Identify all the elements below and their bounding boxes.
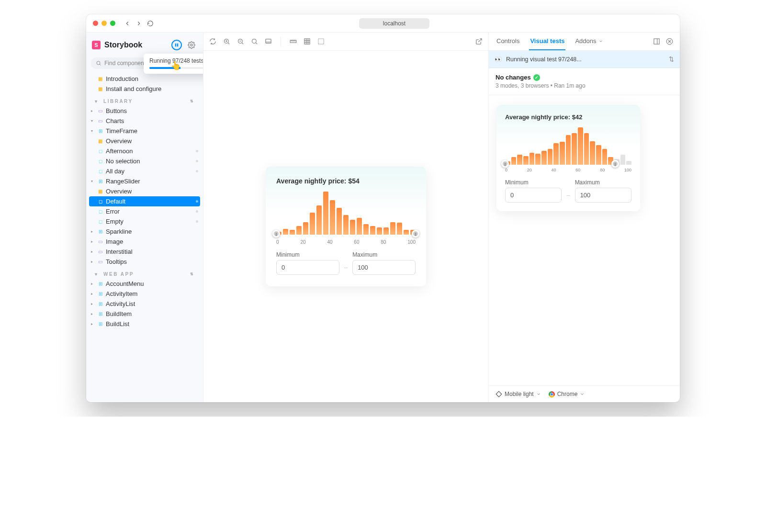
viewport-icon[interactable] — [265, 38, 272, 45]
axis-tick: 60 — [575, 168, 580, 172]
reload-icon[interactable] — [147, 20, 154, 27]
sidebar-item-rs-error[interactable]: ◻Error — [89, 206, 200, 216]
sidebar-item-allday[interactable]: ◻All day — [89, 166, 200, 176]
folder-icon: ▭ — [97, 259, 103, 265]
close-panel-icon[interactable] — [666, 38, 673, 45]
histogram-bar — [323, 192, 328, 235]
max-input[interactable] — [352, 260, 416, 275]
snapshot-min-input[interactable] — [505, 188, 562, 203]
canvas-toolbar — [203, 33, 488, 51]
slider-handle-left[interactable]: || — [272, 230, 280, 238]
sidebar-item-afternoon[interactable]: ◻Afternoon — [89, 146, 200, 156]
histogram-bar — [283, 229, 288, 235]
remount-icon[interactable] — [209, 38, 216, 45]
sidebar-item-image[interactable]: ▸▭Image — [89, 237, 200, 247]
browser-selector[interactable]: Chrome — [549, 391, 585, 397]
histogram-bar — [584, 133, 589, 165]
histogram-bar — [523, 156, 529, 165]
tab-addons[interactable]: Addons — [574, 33, 604, 50]
sidebar-item-timeframe[interactable]: ▾⊞TimeFrame — [89, 126, 200, 136]
sidebar-item-buttons[interactable]: ▸▭Buttons — [89, 106, 200, 116]
sidebar-item-charts[interactable]: ▾▭Charts — [89, 116, 200, 126]
zoom-reset-icon[interactable] — [251, 38, 258, 45]
axis-tick: 100 — [407, 239, 416, 245]
snapshot-max-input[interactable] — [575, 188, 631, 203]
panel-position-icon[interactable] — [653, 38, 660, 45]
axis-tick: 40 — [552, 168, 556, 172]
snapshot-card: Average nightly price: $42 || || 0204060… — [496, 105, 640, 211]
sidebar-item-introduction[interactable]: ▦Introduction — [89, 74, 200, 84]
slider-handle-right[interactable]: || — [412, 230, 419, 238]
axis-tick: 40 — [327, 239, 332, 245]
svg-line-11 — [242, 43, 243, 44]
panel-footer: Mobile light Chrome — [489, 385, 680, 402]
tab-controls[interactable]: Controls — [496, 33, 520, 50]
histogram-bar — [590, 141, 595, 165]
open-external-icon[interactable] — [475, 38, 483, 45]
grid-icon[interactable] — [304, 38, 311, 45]
canvas: Average nightly price: $54 || || 0204060… — [203, 51, 488, 402]
group-webapp[interactable]: ▾ WEB APP⇅ — [89, 267, 200, 279]
histogram-bar — [363, 224, 369, 235]
maximize-window-icon[interactable] — [110, 21, 115, 26]
component-icon: ⊞ — [97, 311, 103, 317]
svg-line-13 — [256, 43, 257, 44]
axis-tick: 80 — [600, 168, 605, 172]
svg-rect-26 — [318, 39, 324, 44]
outline-icon[interactable] — [317, 38, 325, 45]
snapshot-histogram: || || — [505, 127, 631, 165]
mode-selector[interactable]: Mobile light — [496, 391, 541, 397]
min-input[interactable] — [276, 260, 339, 275]
brand-title: Storybook — [104, 41, 168, 49]
story-icon: ◻ — [97, 218, 103, 225]
folder-icon: ▭ — [97, 118, 103, 124]
svg-rect-0 — [175, 44, 176, 46]
forward-icon[interactable] — [135, 20, 142, 27]
sidebar-item-rs-empty[interactable]: ◻Empty — [89, 216, 200, 226]
status-dot — [196, 200, 198, 203]
run-tests-button[interactable] — [171, 40, 182, 50]
zoom-in-icon[interactable] — [223, 38, 230, 45]
svg-point-2 — [191, 44, 192, 46]
sidebar-item-buildlist[interactable]: ▸⊞BuildList — [89, 319, 200, 329]
folder-icon: ▭ — [97, 249, 103, 255]
sort-icon[interactable]: ⇅ — [669, 56, 674, 63]
slider-handle-left[interactable]: || — [501, 160, 509, 168]
close-window-icon[interactable] — [93, 21, 98, 26]
group-library[interactable]: ▾ LIBRARY⇅ — [89, 94, 200, 106]
axis-tick: 60 — [354, 239, 359, 245]
histogram-bar — [310, 213, 315, 235]
sidebar-item-install[interactable]: ▦Install and configure — [89, 84, 200, 94]
sidebar-item-rs-overview[interactable]: ▦Overview — [89, 186, 200, 196]
url-bar[interactable]: localhost — [359, 18, 429, 29]
zoom-out-icon[interactable] — [237, 38, 244, 45]
min-label: Minimum — [276, 251, 339, 258]
sidebar-item-builditem[interactable]: ▸⊞BuildItem — [89, 309, 200, 319]
check-icon: ✓ — [533, 74, 540, 81]
sidebar-item-sparkline[interactable]: ▸⊞Sparkline — [89, 226, 200, 237]
gear-icon[interactable] — [186, 39, 197, 51]
slider-handle-right[interactable]: || — [611, 160, 619, 168]
nav-buttons — [124, 20, 154, 27]
axis-tick: 0 — [505, 168, 507, 172]
histogram[interactable]: || || — [276, 192, 416, 235]
summary-subtitle: 3 modes, 3 browsers • Ran 1m ago — [496, 82, 673, 89]
sidebar-item-noselection[interactable]: ◻No selection — [89, 156, 200, 166]
sidebar-item-tooltips[interactable]: ▸▭Tooltips — [89, 257, 200, 267]
sidebar-item-accountmenu[interactable]: ▸⊞AccountMenu — [89, 279, 200, 289]
histogram-bar — [535, 154, 541, 165]
sidebar-item-overview[interactable]: ▦Overview — [89, 136, 200, 146]
minimize-window-icon[interactable] — [101, 21, 107, 26]
component-icon: ⊞ — [97, 228, 103, 235]
back-icon[interactable] — [124, 20, 131, 27]
component-icon: ⊞ — [97, 128, 103, 134]
sidebar-item-activitylist[interactable]: ▸⊞ActivityList — [89, 299, 200, 309]
sidebar-item-activityitem[interactable]: ▸⊞ActivityItem — [89, 289, 200, 299]
banner-text: Running visual test 97/248... — [506, 56, 582, 63]
sidebar-item-rs-default[interactable]: ◻Default — [89, 196, 200, 206]
ruler-icon[interactable] — [290, 38, 297, 45]
sidebar-item-rangeslider[interactable]: ▾⊞RangeSlider — [89, 176, 200, 186]
tab-visual-tests[interactable]: Visual tests — [529, 33, 565, 50]
sidebar-item-interstitial[interactable]: ▸▭Interstitial — [89, 247, 200, 257]
status-dot — [196, 210, 198, 213]
